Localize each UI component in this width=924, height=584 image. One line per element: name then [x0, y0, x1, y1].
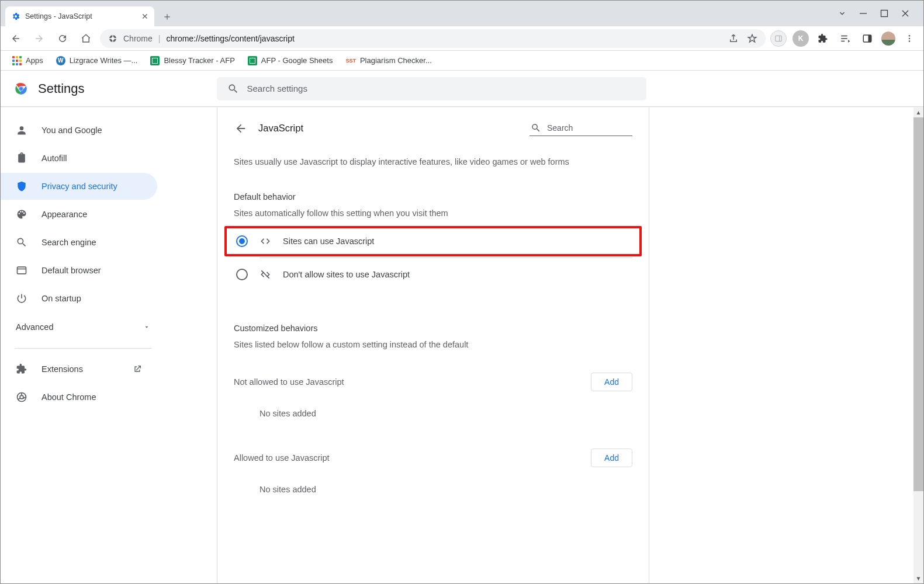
- sidebar-item-appearance[interactable]: Appearance: [1, 201, 157, 228]
- card-header: JavaScript Search: [234, 120, 632, 136]
- window-minimize-icon[interactable]: [859, 9, 867, 18]
- bookmark-afp-sheets[interactable]: AFP - Google Sheets: [243, 54, 338, 68]
- sidebar-item-you-and-google[interactable]: You and Google: [1, 117, 157, 144]
- toolbar-right-icons: K: [770, 30, 918, 47]
- side-panel-icon[interactable]: [859, 30, 875, 47]
- bookmark-blessy-tracker[interactable]: Blessy Tracker - AFP: [146, 54, 239, 68]
- apps-shortcut[interactable]: Apps: [8, 54, 48, 68]
- magnifier-icon: [16, 237, 27, 248]
- settings-content: JavaScript Search Sites usually use Java…: [165, 107, 923, 583]
- sidebar-advanced[interactable]: Advanced: [1, 313, 165, 341]
- browser-tab-active[interactable]: Settings - JavaScript ✕: [5, 6, 154, 26]
- omnibox[interactable]: Chrome | chrome://settings/content/javas…: [100, 29, 766, 48]
- palette-icon: [16, 208, 27, 220]
- radio-sites-can-use-js[interactable]: Sites can use Javascript: [234, 225, 632, 258]
- browser-toolbar: Chrome | chrome://settings/content/javas…: [1, 26, 923, 51]
- default-behavior-subtitle: Sites automatically follow this setting …: [234, 208, 632, 218]
- window-close-icon[interactable]: [901, 9, 909, 18]
- open-external-icon: [133, 364, 142, 374]
- side-panel-disabled-icon[interactable]: [770, 30, 787, 47]
- scroll-down-arrow-icon[interactable]: ▼: [913, 573, 923, 583]
- person-icon: [16, 124, 27, 136]
- sidebar-item-default-browser[interactable]: Default browser: [1, 257, 157, 284]
- add-allowed-button[interactable]: Add: [591, 449, 632, 467]
- settings-card: JavaScript Search Sites usually use Java…: [217, 107, 649, 583]
- window-controls: [824, 1, 923, 26]
- sidebar-item-on-startup[interactable]: On startup: [1, 285, 157, 312]
- extensions-puzzle-icon[interactable]: [815, 30, 831, 47]
- puzzle-icon: [16, 363, 27, 375]
- settings-sidebar: You and Google Autofill Privacy and secu…: [1, 107, 165, 583]
- inline-search[interactable]: Search: [530, 120, 632, 136]
- customized-behaviors-title: Customized behaviors: [234, 324, 632, 333]
- sidebar-separator: [15, 348, 151, 349]
- sidebar-item-search-engine[interactable]: Search engine: [1, 229, 157, 256]
- nav-home-button[interactable]: [77, 29, 95, 48]
- settings-gear-icon: [11, 12, 20, 21]
- shield-icon: [16, 180, 27, 192]
- sidebar-item-about-chrome[interactable]: About Chrome: [1, 384, 157, 411]
- profile-avatar[interactable]: [881, 32, 895, 46]
- radio-allow-label: Sites can use Javascript: [283, 237, 374, 246]
- clipboard-icon: [16, 152, 27, 164]
- page-title: JavaScript: [258, 123, 303, 134]
- bookmark-star-icon[interactable]: [747, 33, 757, 44]
- browser-tabstrip: Settings - JavaScript ✕ ＋: [1, 1, 923, 26]
- nav-reload-button[interactable]: [53, 29, 72, 48]
- scroll-up-arrow-icon[interactable]: ▲: [913, 107, 923, 117]
- nav-back-button[interactable]: [6, 29, 25, 48]
- vertical-scrollbar[interactable]: ▲ ▼: [913, 107, 923, 583]
- chrome-outline-icon: [16, 391, 27, 403]
- settings-app: Settings Search settings You and Google …: [1, 71, 923, 583]
- inline-search-placeholder: Search: [547, 123, 573, 133]
- allowed-row: Allowed to use Javascript Add: [234, 449, 632, 467]
- svg-point-15: [20, 395, 23, 399]
- settings-header: Settings Search settings: [1, 71, 923, 107]
- tab-close-icon[interactable]: ✕: [141, 12, 148, 21]
- svg-point-12: [19, 87, 23, 91]
- radio-block-label: Don't allow sites to use Javascript: [283, 270, 410, 279]
- svg-point-6: [909, 35, 911, 37]
- search-icon: [227, 83, 239, 95]
- settings-title: Settings: [38, 81, 85, 96]
- wordpress-icon: W: [56, 56, 65, 65]
- chrome-menu-icon[interactable]: [901, 30, 918, 47]
- extension-k-icon[interactable]: K: [793, 30, 809, 47]
- sheets-icon: [150, 56, 160, 65]
- media-control-icon[interactable]: [837, 30, 853, 47]
- bookmark-lizgrace[interactable]: W Lizgrace Writes —...: [51, 54, 143, 68]
- omnibox-scheme: Chrome: [123, 34, 153, 43]
- customized-behaviors-subtitle: Sites listed below follow a custom setti…: [234, 340, 632, 349]
- radio-unchecked-icon[interactable]: [236, 269, 248, 280]
- not-allowed-label: Not allowed to use Javascript: [234, 377, 344, 387]
- window-maximize-icon[interactable]: [880, 9, 888, 18]
- back-arrow-button[interactable]: [234, 121, 248, 135]
- allowed-empty: No sites added: [259, 485, 632, 494]
- tab-search-chevron-icon[interactable]: [838, 9, 846, 18]
- default-behavior-title: Default behavior: [234, 192, 632, 201]
- intro-text: Sites usually use Javascript to display …: [234, 157, 632, 166]
- nav-forward-button[interactable]: [30, 29, 49, 48]
- svg-point-8: [909, 40, 911, 42]
- settings-search[interactable]: Search settings: [217, 77, 646, 100]
- site-info-icon[interactable]: [108, 34, 117, 43]
- share-icon[interactable]: [728, 33, 739, 44]
- radio-dont-allow-js[interactable]: Don't allow sites to use Javascript: [234, 258, 632, 291]
- search-icon: [531, 123, 541, 133]
- tab-title: Settings - JavaScript: [25, 12, 92, 20]
- sidebar-item-privacy-security[interactable]: Privacy and security: [1, 173, 157, 200]
- new-tab-button[interactable]: ＋: [159, 8, 175, 25]
- svg-rect-5: [868, 35, 871, 42]
- add-not-allowed-button[interactable]: Add: [591, 373, 632, 391]
- radio-checked-icon[interactable]: [236, 235, 248, 247]
- not-allowed-row: Not allowed to use Javascript Add: [234, 373, 632, 391]
- power-icon: [16, 293, 27, 304]
- svg-rect-13: [18, 267, 26, 274]
- bookmark-plagiarism-checker[interactable]: SST Plagiarism Checker...: [341, 54, 436, 67]
- bookmarks-bar: Apps W Lizgrace Writes —... Blessy Track…: [1, 51, 923, 71]
- allowed-label: Allowed to use Javascript: [234, 453, 330, 463]
- browser-window-icon: [16, 265, 27, 276]
- sidebar-item-autofill[interactable]: Autofill: [1, 145, 157, 172]
- sidebar-item-extensions[interactable]: Extensions: [1, 356, 157, 383]
- scrollbar-thumb[interactable]: [913, 117, 923, 491]
